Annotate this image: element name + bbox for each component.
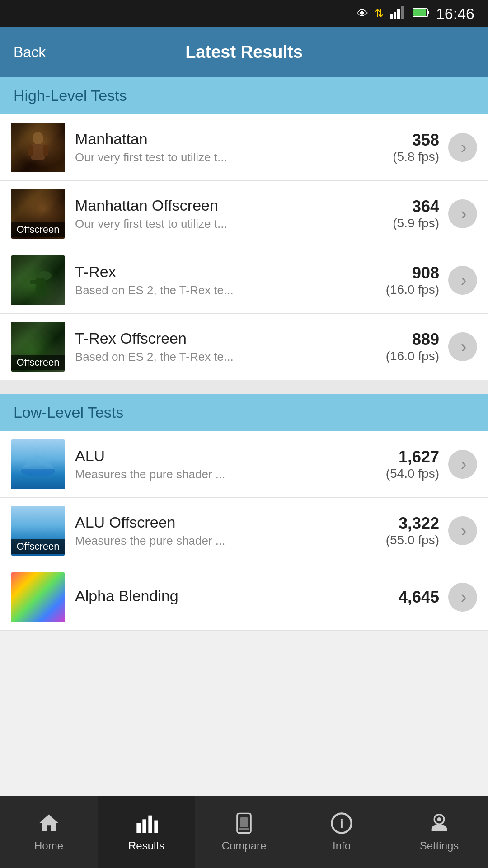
content-area: High-Level Tests Manhattan Our very firs… [0, 77, 488, 703]
manhattan-arrow[interactable] [448, 133, 477, 162]
alu-info: ALU Measures the pure shader ... [75, 447, 367, 481]
trex-thumbnail [11, 255, 65, 305]
alu-offscreen-arrow[interactable] [448, 516, 477, 545]
status-icons: 👁 ⇅ 16:46 [357, 5, 474, 23]
nav-item-settings[interactable]: Settings [390, 796, 488, 868]
high-level-section-header: High-Level Tests [0, 77, 488, 114]
list-item[interactable]: Manhattan Our very first test to utilize… [0, 114, 488, 181]
nav-item-info[interactable]: i Info [293, 796, 390, 868]
alu-offscreen-desc: Measures the pure shader ... [75, 534, 367, 548]
svg-rect-22 [240, 817, 248, 827]
alu-name: ALU [75, 447, 367, 465]
trex-score: 908 (16.0 fps) [367, 264, 439, 297]
svg-rect-13 [30, 280, 37, 284]
trex-desc: Based on ES 2, the T-Rex te... [75, 283, 367, 297]
svg-point-27 [437, 817, 441, 821]
nav-item-compare[interactable]: Compare [195, 796, 293, 868]
svg-rect-18 [142, 819, 146, 833]
alu-offscreen-thumbnail: Offscreen [11, 506, 65, 556]
svg-rect-6 [413, 9, 426, 16]
settings-icon [427, 811, 451, 835]
manhattan-offscreen-info: Manhattan Offscreen Our very first test … [75, 197, 367, 231]
manhattan-desc: Our very first test to utilize t... [75, 151, 367, 165]
nav-label-info: Info [333, 840, 351, 852]
trex-offscreen-info: T-Rex Offscreen Based on ES 2, the T-Rex… [75, 330, 367, 364]
svg-rect-2 [397, 9, 400, 19]
trex-name: T-Rex [75, 263, 367, 281]
trex-arrow[interactable] [448, 266, 477, 295]
alpha-blending-arrow[interactable] [448, 583, 477, 612]
list-item[interactable]: Offscreen ALU Offscreen Measures the pur… [0, 498, 488, 564]
svg-rect-20 [154, 821, 158, 833]
alu-offscreen-name: ALU Offscreen [75, 514, 367, 531]
svg-rect-23 [239, 828, 249, 830]
svg-rect-19 [148, 816, 152, 833]
list-item[interactable]: Alpha Blending 4,645 [0, 564, 488, 631]
nav-item-results[interactable]: Results [98, 796, 195, 868]
manhattan-offscreen-score: 364 (5.9 fps) [367, 197, 439, 231]
alpha-blending-name: Alpha Blending [75, 587, 367, 605]
manhattan-score: 358 (5.8 fps) [367, 131, 439, 164]
list-item[interactable]: Offscreen Manhattan Offscreen Our very f… [0, 181, 488, 247]
section-gap [0, 380, 488, 394]
offscreen-label: Offscreen [11, 539, 65, 554]
offscreen-label: Offscreen [11, 222, 65, 237]
status-time: 16:46 [436, 5, 474, 23]
trex-offscreen-arrow[interactable] [448, 332, 477, 361]
svg-point-7 [33, 132, 43, 145]
alpha-blending-thumbnail [11, 572, 65, 622]
manhattan-offscreen-desc: Our very first test to utilize t... [75, 217, 367, 231]
trex-offscreen-name: T-Rex Offscreen [75, 330, 367, 347]
alu-score: 1,627 (54.0 fps) [367, 448, 439, 481]
nav-label-home: Home [34, 840, 63, 852]
alu-arrow[interactable] [448, 450, 477, 479]
svg-text:i: i [340, 817, 343, 831]
svg-rect-9 [28, 145, 33, 156]
list-item[interactable]: Offscreen T-Rex Offscreen Based on ES 2,… [0, 314, 488, 380]
trex-offscreen-desc: Based on ES 2, the T-Rex te... [75, 350, 367, 364]
svg-rect-14 [37, 289, 41, 296]
status-bar: 👁 ⇅ 16:46 [0, 0, 488, 27]
svg-rect-10 [43, 145, 48, 156]
svg-rect-8 [31, 144, 45, 160]
compare-icon [232, 811, 256, 835]
svg-rect-0 [390, 14, 393, 19]
svg-rect-12 [36, 278, 45, 291]
trex-info: T-Rex Based on ES 2, the T-Rex te... [75, 263, 367, 297]
trex-offscreen-thumbnail: Offscreen [11, 322, 65, 372]
manhattan-offscreen-name: Manhattan Offscreen [75, 197, 367, 214]
list-item[interactable]: ALU Measures the pure shader ... 1,627 (… [0, 431, 488, 498]
list-item[interactable]: T-Rex Based on ES 2, the T-Rex te... 908… [0, 247, 488, 314]
back-button[interactable]: Back [14, 44, 68, 61]
manhattan-offscreen-arrow[interactable] [448, 199, 477, 228]
manhattan-info: Manhattan Our very first test to utilize… [75, 130, 367, 165]
svg-rect-1 [394, 12, 396, 19]
alpha-blending-info: Alpha Blending [75, 587, 367, 608]
manhattan-thumbnail [11, 123, 65, 172]
svg-rect-3 [401, 6, 404, 19]
info-icon: i [330, 811, 353, 835]
alu-desc: Measures the pure shader ... [75, 467, 367, 481]
battery-icon [413, 8, 430, 19]
low-level-section-header: Low-Level Tests [0, 394, 488, 431]
manhattan-name: Manhattan [75, 130, 367, 148]
eye-icon: 👁 [357, 7, 368, 21]
alu-offscreen-score: 3,322 (55.0 fps) [367, 514, 439, 547]
svg-rect-17 [136, 823, 141, 833]
nav-item-home[interactable]: Home [0, 796, 98, 868]
bottom-nav: Home Results Compare i Info [0, 796, 488, 868]
nav-label-compare: Compare [222, 840, 267, 852]
alu-thumbnail [11, 439, 65, 489]
alu-offscreen-info: ALU Offscreen Measures the pure shader .… [75, 514, 367, 548]
data-transfer-icon: ⇅ [375, 7, 384, 20]
alpha-blending-score: 4,645 [367, 588, 439, 607]
nav-label-settings: Settings [420, 840, 459, 852]
offscreen-label: Offscreen [11, 355, 65, 370]
page-title: Latest Results [68, 42, 420, 62]
top-bar: Back Latest Results [0, 27, 488, 77]
svg-rect-15 [42, 289, 47, 296]
home-icon [37, 811, 61, 835]
high-level-section-title: High-Level Tests [14, 87, 127, 104]
manhattan-offscreen-thumbnail: Offscreen [11, 189, 65, 239]
signal-icon [390, 6, 406, 21]
